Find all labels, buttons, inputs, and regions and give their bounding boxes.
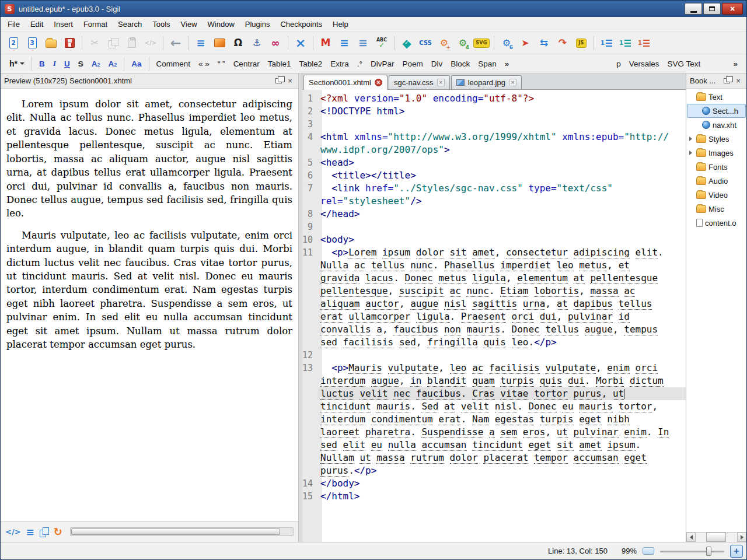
copy-button[interactable] [104, 34, 123, 52]
js-plugin-button[interactable]: JS [572, 34, 591, 52]
code-line-8[interactable]: 8</head> [302, 208, 686, 220]
insert-link-button[interactable]: ∞ [266, 34, 285, 52]
menu-tools[interactable]: Tools [147, 18, 175, 31]
clip-p-button[interactable]: p [612, 58, 625, 70]
tab-sgc-nav-css[interactable]: sgc-nav.css× [389, 75, 450, 89]
code-line-11-wrap4[interactable]: aliquam auctor, augue nisl sagittis urna… [302, 298, 686, 310]
code-line-4-wrap1[interactable]: www.idpf.org/2007/ops"> [302, 144, 686, 156]
code-line-11-wrap5[interactable]: erat ullamcorper ligula. Praesent orci d… [302, 310, 686, 323]
scrollbar-track[interactable] [696, 533, 737, 542]
expand-arrow-icon[interactable] [689, 136, 694, 142]
menu-view[interactable]: View [176, 18, 203, 31]
redo-curve-button[interactable]: ↷ [553, 34, 572, 52]
zoom-out-icon[interactable] [643, 547, 654, 555]
strikethrough-button[interactable]: S [74, 58, 88, 70]
code-editor[interactable]: 1<?xml version="1.0" encoding="utf-8"?>2… [302, 90, 686, 542]
book-item-fonts[interactable]: Fonts [687, 160, 746, 174]
tab-close-icon[interactable]: × [509, 79, 516, 86]
preview-scrollbar-thumb[interactable] [71, 528, 280, 535]
scroll-right-button[interactable] [737, 533, 746, 542]
copy-pages-icon[interactable] [40, 527, 48, 537]
swap-arrows-button[interactable]: ⇆ [535, 34, 553, 52]
book-scrollbar[interactable] [686, 532, 746, 542]
clip-table2-button[interactable]: Table2 [295, 58, 326, 70]
code-line-1[interactable]: 1<?xml version="1.0" encoding="utf-8"?> [302, 92, 686, 105]
expand-arrow-icon[interactable] [689, 150, 694, 156]
code-line-13-wrap3[interactable]: tincidunt mauris. Sed at velit nisl. Don… [302, 400, 686, 413]
book-item-content-o[interactable]: content.o [687, 216, 746, 230]
svg-plugin-button[interactable]: SVG [472, 34, 491, 52]
code-line-13-wrap8[interactable]: purus.</p> [302, 464, 686, 477]
inspect-icon[interactable]: ≡ [26, 526, 34, 538]
book-item-nav-xht[interactable]: nav.xht [687, 118, 746, 132]
clip-divpar-button[interactable]: DivPar [366, 58, 399, 70]
code-line-13-wrap2[interactable]: luctus velit nec faucibus. Cras vitae to… [302, 387, 686, 400]
tab-leopard-jpg[interactable]: leopard.jpg× [451, 75, 522, 89]
refresh-icon[interactable]: ↻ [54, 526, 62, 538]
clip-guillemets-button[interactable]: « » [194, 58, 214, 70]
code-line-7-wrap1[interactable]: rel="stylesheet"/> [302, 195, 686, 208]
bold-button[interactable]: B [35, 58, 49, 70]
save-button[interactable] [60, 34, 79, 52]
book-item-sect-h[interactable]: Sect...h [687, 104, 746, 118]
book-item-styles[interactable]: Styles [687, 132, 746, 146]
menu-file[interactable]: File [2, 18, 25, 31]
code-line-10[interactable]: 10<body> [302, 233, 686, 246]
code-line-3[interactable]: 3 [302, 118, 686, 131]
book-item-text[interactable]: Text [687, 90, 746, 104]
italic-button[interactable]: I [49, 57, 60, 70]
clip-degree-button[interactable]: .° [353, 58, 366, 70]
code-line-13-wrap7[interactable]: Nullam ut massa rutrum dolor placerat te… [302, 452, 686, 464]
code-line-11[interactable]: 11 <p>Lorem ipsum dolor sit amet, consec… [302, 246, 686, 259]
book-item-images[interactable]: Images [687, 146, 746, 160]
tab-section0001-xhtml[interactable]: Section0001.xhtml× [303, 75, 388, 90]
spellcheck-button[interactable]: ABC✓ [372, 34, 391, 52]
toc-edit-button[interactable]: ≡ [335, 34, 354, 52]
code-line-5[interactable]: 5<head> [302, 156, 686, 169]
underline-button[interactable]: U [60, 58, 74, 70]
code-line-2[interactable]: 2<!DOCTYPE html> [302, 105, 686, 118]
clips-overflow-2-button[interactable]: » [729, 58, 742, 70]
code-line-15[interactable]: 15</html> [302, 490, 686, 503]
clip-extra-button[interactable]: Extra [326, 58, 353, 70]
plugin-gear-green-button[interactable]: ⚙4 [453, 34, 472, 52]
menu-format[interactable]: Format [78, 18, 113, 31]
code-line-13-wrap5[interactable]: laoreet pharetra. Suspendisse a sem eros… [302, 426, 686, 439]
numlist-teal-button[interactable]: 1 [616, 34, 634, 52]
code-line-7[interactable]: 7 <link href="../Styles/sgc-nav.css" typ… [302, 182, 686, 195]
book-item-misc[interactable]: Misc [687, 202, 746, 216]
close-pane-icon[interactable]: × [734, 77, 743, 85]
minimize-button[interactable] [685, 3, 702, 15]
clip-quotes-button[interactable]: “ ” [214, 58, 229, 70]
clip-div-button[interactable]: Div [427, 58, 447, 70]
numlist-blue-button[interactable]: 1 [597, 34, 616, 52]
clip-poem-button[interactable]: Poem [398, 58, 427, 70]
insert-file-button[interactable] [210, 34, 229, 52]
tab-close-icon[interactable]: × [437, 79, 445, 86]
clip-block-button[interactable]: Block [446, 58, 474, 70]
back-button[interactable]: ← [166, 34, 185, 52]
code-line-14[interactable]: 14</body> [302, 477, 686, 490]
book-item-audio[interactable]: Audio [687, 174, 746, 188]
plugin-gear-orange-button[interactable]: ⚙+ [435, 34, 453, 52]
menu-help[interactable]: Help [327, 18, 354, 31]
metadata-editor-button[interactable]: M [316, 34, 335, 52]
menu-checkpoints[interactable]: Checkpoints [275, 18, 327, 31]
code-line-4[interactable]: 4<html xmlns="http://www.w3.org/1999/xht… [302, 131, 686, 144]
code-line-13-wrap6[interactable]: sed elit eu nulla accumsan tincidunt ege… [302, 439, 686, 452]
code-line-11-wrap1[interactable]: Nulla ac tellus nunc. Phasellus imperdie… [302, 259, 686, 272]
menu-search[interactable]: Search [113, 18, 147, 31]
subscript-button[interactable]: A2 [88, 58, 104, 70]
clip-comment-button[interactable]: Comment [152, 58, 195, 70]
open-file-button[interactable] [41, 34, 60, 52]
menu-edit[interactable]: Edit [25, 18, 48, 31]
tab-close-icon[interactable]: × [375, 79, 382, 86]
change-case-button[interactable]: Aa [127, 58, 145, 70]
zoom-slider-handle[interactable] [706, 547, 711, 556]
scrollbar-thumb[interactable] [706, 533, 726, 542]
code-line-13-wrap1[interactable]: interdum augue, in blandit quam turpis q… [302, 374, 686, 387]
pdf-plugin-button[interactable]: ➤ [516, 34, 535, 52]
paste-button[interactable] [123, 34, 141, 52]
numlist-red-button[interactable]: 1 [634, 34, 653, 52]
heading-style-button[interactable]: h* [5, 57, 29, 70]
